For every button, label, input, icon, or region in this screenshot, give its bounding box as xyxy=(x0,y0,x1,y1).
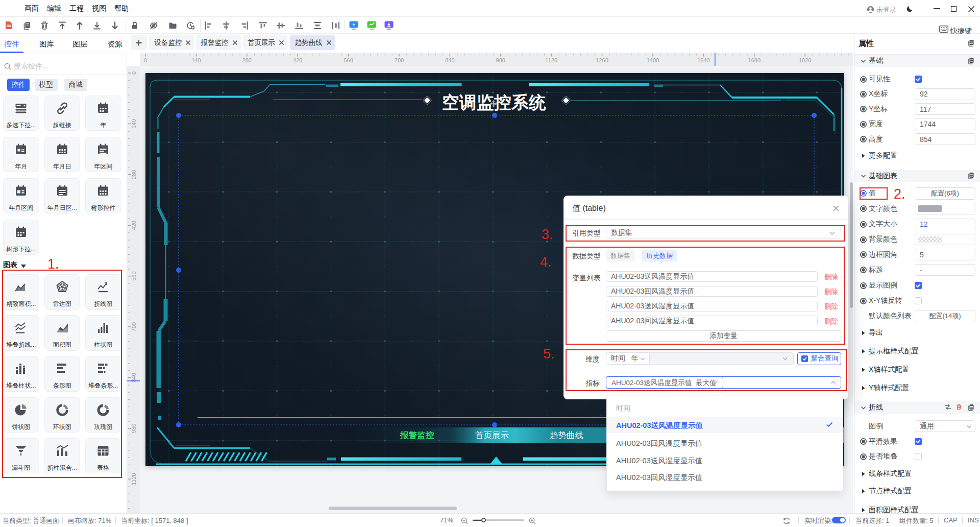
svg-text:1820: 1820 xyxy=(799,57,811,63)
svg-text:140: 140 xyxy=(191,57,201,63)
svg-text:420: 420 xyxy=(131,221,137,230)
svg-text:1540: 1540 xyxy=(697,57,709,63)
svg-text:420: 420 xyxy=(293,57,302,63)
svg-text:840: 840 xyxy=(445,57,454,63)
svg-text:0: 0 xyxy=(131,71,137,75)
svg-text:560: 560 xyxy=(131,271,137,280)
svg-text:700: 700 xyxy=(131,322,137,331)
svg-text:1260: 1260 xyxy=(596,57,608,63)
svg-text:980: 980 xyxy=(131,424,137,433)
svg-text:0: 0 xyxy=(144,57,147,63)
svg-text:1680: 1680 xyxy=(748,57,761,63)
svg-text:1400: 1400 xyxy=(647,57,659,63)
svg-text:700: 700 xyxy=(395,57,404,63)
svg-text:140: 140 xyxy=(131,119,137,128)
svg-text:280: 280 xyxy=(131,170,137,179)
svg-text:560: 560 xyxy=(344,57,353,63)
svg-text:1120: 1120 xyxy=(131,473,137,485)
svg-text:280: 280 xyxy=(242,57,252,63)
svg-text:980: 980 xyxy=(496,57,505,63)
svg-text:1120: 1120 xyxy=(545,57,557,63)
